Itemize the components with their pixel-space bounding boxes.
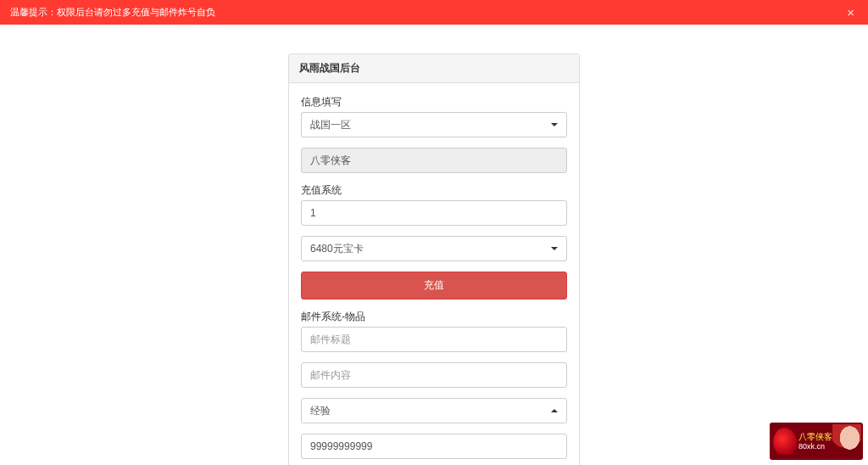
recharge-count-input[interactable] [301,200,567,226]
admin-panel: 风雨战国后台 信息填写 战国一区 八零侠客 充值系统 6480元宝卡 [288,53,580,465]
recharge-button[interactable]: 充值 [301,272,567,300]
card-select-value: 6480元宝卡 [310,240,364,257]
section-info-label: 信息填写 [301,95,567,109]
alert-banner: 温馨提示：权限后台请勿过多充值与邮件炸号自负 × [0,0,868,25]
mail-item-select[interactable]: 经验 [301,398,567,423]
mail-item-value: 经验 [310,402,331,419]
mail-amount-input[interactable] [301,434,567,459]
close-icon[interactable]: × [843,6,858,19]
caret-up-icon [551,409,558,412]
watermark-badge: 八零侠客 80xk.cn [770,423,863,460]
mail-title-input[interactable] [301,327,567,352]
alert-text: 温馨提示：权限后台请勿过多充值与邮件炸号自负 [10,6,215,19]
server-select-value: 战国一区 [310,116,351,133]
caret-down-icon [551,247,558,250]
server-select[interactable]: 战国一区 [301,112,567,137]
card-select[interactable]: 6480元宝卡 [301,236,567,261]
caret-down-icon [551,123,558,126]
mail-content-input[interactable] [301,362,567,388]
section-mail-label: 邮件系统-物品 [301,310,567,324]
watermark-title: 八零侠客 [798,432,832,442]
section-recharge-label: 充值系统 [301,183,567,198]
panel-title: 风雨战国后台 [289,54,579,83]
account-readonly: 八零侠客 [301,148,567,173]
watermark-url: 80xk.cn [798,442,832,451]
